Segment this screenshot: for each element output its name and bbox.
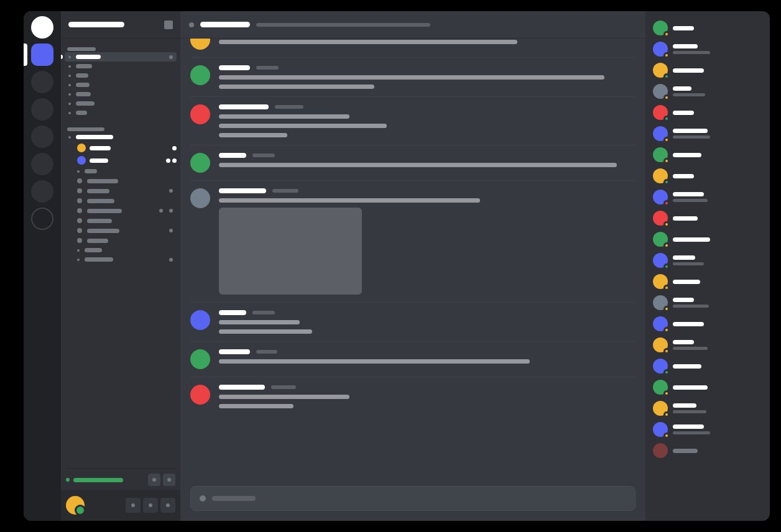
member[interactable] <box>650 167 765 185</box>
member[interactable] <box>650 357 765 375</box>
member[interactable] <box>650 399 765 418</box>
member[interactable] <box>650 61 765 80</box>
member-name <box>673 255 695 260</box>
message-input[interactable] <box>190 486 635 511</box>
text-channel[interactable] <box>73 236 177 245</box>
member[interactable] <box>650 40 765 58</box>
avatar <box>653 232 668 247</box>
member-name <box>673 340 694 344</box>
text-channel[interactable] <box>65 62 177 71</box>
text-channel[interactable] <box>65 71 177 80</box>
message[interactable] <box>190 302 635 341</box>
self-avatar[interactable] <box>66 496 85 515</box>
server-button[interactable] <box>31 44 53 66</box>
text-channel[interactable] <box>73 226 177 236</box>
member[interactable] <box>650 103 765 122</box>
member[interactable] <box>650 441 765 460</box>
channel-label <box>76 111 87 115</box>
message[interactable] <box>190 39 635 57</box>
mute-button[interactable] <box>126 498 141 513</box>
avatar[interactable] <box>190 65 210 85</box>
add-server-button[interactable] <box>31 208 53 230</box>
member-list[interactable] <box>645 11 770 521</box>
server-header[interactable] <box>61 11 180 39</box>
category-label[interactable] <box>67 47 96 51</box>
avatar[interactable] <box>190 188 210 208</box>
status-dot <box>663 411 670 418</box>
message[interactable] <box>190 180 635 302</box>
settings-button[interactable] <box>160 498 175 513</box>
message[interactable] <box>190 145 635 180</box>
text-channel[interactable] <box>73 255 177 264</box>
text-channel[interactable] <box>73 186 177 196</box>
member-name <box>673 424 704 429</box>
author-name[interactable] <box>219 349 250 354</box>
deafen-button[interactable] <box>143 498 158 513</box>
member[interactable] <box>650 251 765 270</box>
avatar[interactable] <box>190 153 210 173</box>
voice-info-button[interactable] <box>148 474 160 486</box>
attach-icon[interactable] <box>200 495 206 502</box>
text-channel[interactable] <box>73 245 177 255</box>
avatar[interactable] <box>190 39 210 50</box>
text-channel[interactable] <box>73 176 177 186</box>
avatar[interactable] <box>190 349 210 369</box>
hash-icon <box>77 170 80 173</box>
message[interactable] <box>190 341 635 377</box>
member-name <box>673 364 701 369</box>
dm-button[interactable] <box>31 16 53 39</box>
member[interactable] <box>650 145 765 164</box>
member[interactable] <box>650 19 765 37</box>
member[interactable] <box>650 378 765 397</box>
member-name <box>673 385 708 390</box>
message[interactable] <box>190 96 635 145</box>
avatar[interactable] <box>190 310 210 330</box>
server-button[interactable] <box>31 98 53 121</box>
avatar[interactable] <box>190 104 210 124</box>
voice-channel[interactable] <box>65 132 177 142</box>
avatar[interactable] <box>190 385 210 405</box>
text-channel[interactable] <box>65 52 177 62</box>
message[interactable] <box>190 377 635 416</box>
author-name[interactable] <box>219 153 246 158</box>
server-button[interactable] <box>31 180 53 203</box>
member[interactable] <box>650 314 765 333</box>
server-button[interactable] <box>31 71 53 93</box>
author-name[interactable] <box>219 310 246 315</box>
voice-user[interactable] <box>73 142 180 154</box>
text-channel[interactable] <box>73 196 177 206</box>
voice-user[interactable] <box>73 154 180 167</box>
member[interactable] <box>650 82 765 101</box>
author-name[interactable] <box>219 188 266 193</box>
status-dot <box>663 369 670 375</box>
channel-action-icon <box>159 209 163 213</box>
category-label[interactable] <box>67 127 104 131</box>
member[interactable] <box>650 272 765 291</box>
author-name[interactable] <box>219 385 265 390</box>
message-list[interactable] <box>180 39 645 486</box>
member[interactable] <box>650 420 765 439</box>
message[interactable] <box>190 57 635 96</box>
member[interactable] <box>650 124 765 143</box>
attachment-image[interactable] <box>219 208 362 295</box>
author-name[interactable] <box>219 65 250 70</box>
member[interactable] <box>650 336 765 354</box>
text-channel[interactable] <box>73 206 177 216</box>
text-channel[interactable] <box>65 108 177 117</box>
server-button[interactable] <box>31 153 53 175</box>
member[interactable] <box>650 230 765 249</box>
channel-topic[interactable] <box>256 23 430 27</box>
server-button[interactable] <box>31 126 53 148</box>
text-channel[interactable] <box>73 216 177 226</box>
text-channel[interactable] <box>65 80 177 89</box>
hash-icon <box>68 84 71 86</box>
author-name[interactable] <box>219 104 269 109</box>
member[interactable] <box>650 188 765 206</box>
text-channel[interactable] <box>73 167 177 176</box>
member[interactable] <box>650 209 765 227</box>
text-channel[interactable] <box>65 99 177 108</box>
member[interactable] <box>650 293 765 312</box>
disconnect-button[interactable] <box>163 474 175 486</box>
message-text <box>219 85 374 89</box>
text-channel[interactable] <box>65 89 177 99</box>
